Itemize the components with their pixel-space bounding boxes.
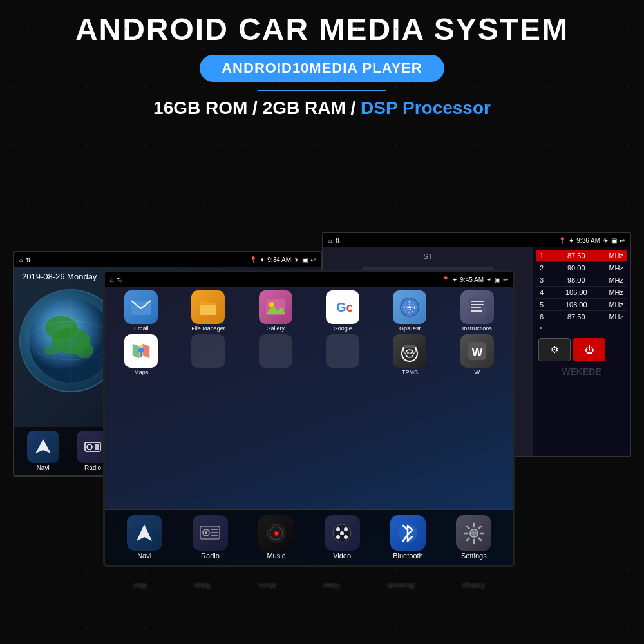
radio-label-front: Radio [201,552,220,560]
watermark-back: WEKEDE [536,366,627,377]
brightness-icon-mid: ☀ [294,256,299,263]
settings-label-front: Settings [461,552,487,560]
bottom-app-bar-front: Navi Radio [105,509,513,565]
svg-point-3 [74,343,93,358]
time-back: 9:36 AM [576,237,600,244]
home-icon-back: ⌂ [328,237,332,244]
navi-label-mid: Navi [37,464,50,471]
status-bar-back: ⌂ ⇅ 📍 ✦ 9:36 AM ☀ ▣ ↩ [323,233,630,247]
usb-icon-front: ⇅ [117,276,122,283]
music-btn-front[interactable]: Music [258,515,294,560]
status-bar-front: ⌂ ⇅ 📍 ✦ 9:45 AM ☀ ▣ ↩ [105,272,513,287]
svg-point-67 [336,527,340,531]
power-btn[interactable]: ⏻ [573,338,605,361]
svg-point-68 [344,527,348,531]
location-icon-back: 📍 [558,237,566,244]
music-label-front: Music [267,552,285,560]
usb-icon-mid: ⇅ [26,256,31,263]
app-blank-3 [310,334,375,375]
screen-front: ⌂ ⇅ 📍 ✦ 9:45 AM ☀ ▣ ↩ [103,270,515,567]
svg-point-71 [340,531,344,535]
svg-point-4 [44,345,59,355]
bt-icon-back: ✦ [569,237,574,244]
spec-line: 16GB ROM / 2GB RAM / DSP Processor [0,98,644,118]
station-dot: • [536,323,627,333]
svg-text:Google: Google [336,300,352,314]
svg-rect-40 [471,304,484,305]
svg-rect-42 [471,310,482,312]
reflection-area: ivaM oipbR ɔisuM oɘbiV dtooteulB sgnitte… [103,573,515,599]
divider [258,90,386,91]
svg-point-47 [138,348,144,353]
app-instructions[interactable]: Instructions [445,290,509,332]
svg-point-70 [344,535,348,539]
usb-icon-back: ⇅ [335,237,340,244]
app-tpms[interactable]: TPMS TPMS [377,334,442,375]
svg-rect-41 [471,307,481,308]
main-title: ANDROID CAR MEDIA SYSTEM [0,0,644,47]
time-mid: 9:34 AM [267,256,291,263]
st-label: ST [423,252,432,260]
navi-btn-mid[interactable]: Navi [27,431,59,471]
window-icon-mid: ▣ [302,256,308,263]
station-list: 187.50MHz 290.00MHz 398.00MHz 4106.00MHz… [533,247,630,456]
eq-btn[interactable]: ⚙ [538,338,571,361]
station-5[interactable]: 5108.00MHz [536,299,627,311]
app-maps[interactable]: Maps [109,334,173,375]
back-icon-front: ↩ [503,276,508,283]
app-blank-2 [243,334,308,375]
bluetooth-label-front: Bluetooth [393,552,422,560]
app-gpstest[interactable]: GpsTest [377,290,442,332]
app-file-manager[interactable]: File Manager [176,290,240,332]
svg-rect-39 [471,301,484,302]
svg-point-58 [205,531,207,534]
station-2[interactable]: 290.00MHz [536,262,627,274]
bluetooth-btn-front[interactable]: Bluetooth [390,515,426,560]
back-icon-mid: ↩ [310,256,316,263]
back-icon-back: ↩ [620,237,625,244]
status-bar-mid: ⌂ ⇅ 📍 ✦ 9:34 AM ☀ ▣ ↩ [14,252,321,267]
svg-point-74 [471,531,477,536]
svg-marker-8 [35,439,51,453]
bt-icon-front: ✦ [452,276,457,283]
home-icon-mid: ⌂ [19,256,23,263]
location-icon-front: 📍 [442,276,450,283]
svg-point-69 [336,535,340,539]
svg-point-10 [87,444,92,450]
video-btn-front[interactable]: Video [325,515,360,560]
window-icon-back: ▣ [611,237,617,244]
station-3[interactable]: 398.00MHz [536,274,627,287]
svg-text:TPMS: TPMS [406,351,415,355]
window-icon-front: ▣ [495,276,500,283]
station-4[interactable]: 4106.00MHz [536,287,627,299]
app-email[interactable]: Email [109,290,173,332]
app-google[interactable]: Google Google [310,290,375,332]
video-label-front: Video [333,552,351,560]
home-icon-front: ⌂ [110,276,114,283]
app-gallery[interactable]: Gallery [243,290,308,332]
subtitle-badge: ANDROID10MEDIA PLAYER [200,55,444,82]
radio-btn-front[interactable]: Radio [193,515,228,560]
svg-point-65 [275,532,278,535]
station-1[interactable]: 187.50MHz [536,250,627,262]
svg-marker-54 [137,524,152,541]
svg-rect-50 [404,345,415,348]
brightness-icon-front: ☀ [486,276,492,283]
radio-label-mid: Radio [84,464,101,471]
app-blank-1 [176,334,240,375]
bt-icon-mid: ✦ [260,256,265,263]
app-w[interactable]: W W [445,334,509,375]
svg-text:W: W [471,346,482,359]
location-icon-mid: 📍 [249,256,257,263]
brightness-icon-back: ☀ [603,237,609,244]
station-6[interactable]: 687.50MHz [536,311,627,323]
time-front: 9:45 AM [460,276,484,283]
navi-btn-front[interactable]: Navi [127,515,162,560]
settings-btn-front[interactable]: Settings [456,515,491,560]
navi-label-front: Navi [137,552,151,560]
svg-rect-27 [200,305,216,315]
